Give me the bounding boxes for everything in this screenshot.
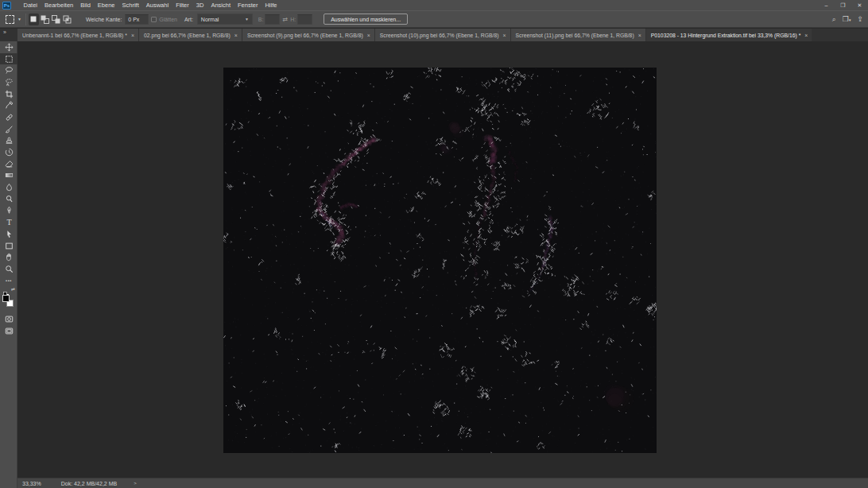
tab-label: P0103208 - 13 Hintergrund Extraktion.tif… [651,33,801,38]
tab-label: Unbenannt-1 bei 66,7% (Ebene 1, RGB/8) * [22,33,127,38]
search-icon[interactable]: ⌕ [832,15,836,24]
menu-schrift[interactable]: Schrift [118,0,142,10]
tab-overflow-icon[interactable]: » [0,29,17,41]
tool-rectangle[interactable] [0,240,17,252]
tool-eraser[interactable] [0,158,17,170]
menu-ebene[interactable]: Ebene [94,0,118,10]
chevron-down-icon: ▼ [17,17,21,21]
width-label: B: [258,17,264,22]
menu-bearbeiten[interactable]: Bearbeiten [41,0,77,10]
tools-panel: T•••⇄ [0,41,17,488]
document-tab[interactable]: Screenshot (11).png bei 66,7% (Ebene 1, … [511,29,646,41]
menu-ansicht[interactable]: Ansicht [207,0,234,10]
screen-mode-button[interactable] [0,325,17,337]
canvas-area[interactable] [17,41,868,478]
selection-mode-group [29,14,72,25]
tool-clone-stamp[interactable] [0,135,17,147]
menu-auswahl[interactable]: Auswahl [142,0,172,10]
menu-bild[interactable]: Bild [77,0,95,10]
tool-zoom[interactable] [0,263,17,275]
zoom-level[interactable]: 33,33% [22,481,41,486]
photoshop-window: Ps DateiBearbeitenBildEbeneSchriftAuswah… [0,0,868,488]
tool-gradient[interactable] [0,170,17,182]
tool-preset-picker[interactable]: ▼ [6,15,21,24]
tab-close-icon[interactable]: × [131,33,134,38]
subtract-selection-button[interactable] [51,14,61,25]
tool-marquee[interactable] [0,53,17,65]
tool-blur[interactable] [0,181,17,193]
tool-dodge[interactable] [0,193,17,205]
menu-fenster[interactable]: Fenster [234,0,262,10]
antialias-label: Glätten [159,17,177,22]
width-input [265,14,280,25]
share-icon[interactable]: ⇪ [857,15,863,23]
new-selection-button[interactable] [29,14,39,25]
tab-close-icon[interactable]: × [638,33,641,38]
minimize-button[interactable]: – [818,0,835,10]
workspace: T•••⇄ [0,41,868,488]
close-button[interactable]: ✕ [851,0,868,10]
document-tab[interactable]: P0103208 - 13 Hintergrund Extraktion.tif… [646,29,813,41]
menu-hilfe[interactable]: Hilfe [262,0,281,10]
tool-history-brush[interactable] [0,146,17,158]
menu-3d[interactable]: 3D [192,0,207,10]
tool-path-selection[interactable] [0,228,17,240]
foreground-color-swatch[interactable] [2,295,10,302]
tool-object-selection[interactable] [0,76,17,88]
workspace-icon[interactable]: ❐▾ [843,15,851,23]
color-swatches[interactable] [0,294,17,311]
tool-type[interactable]: T [0,216,17,228]
menu-datei[interactable]: Datei [20,0,41,10]
tab-label: 02.png bei 66,7% (Ebene 1, RGB/8) [144,33,231,38]
menu-filter[interactable]: Filter [172,0,193,10]
feather-input[interactable]: 0 Px [125,14,149,25]
options-bar: ▼ Weiche Kante: 0 Px Glätten Art: Normal… [0,10,868,28]
intersect-selection-button[interactable] [62,14,72,25]
tool-eyedropper[interactable] [0,99,17,111]
document-size: Dok: 42,2 MB/42,2 MB [61,481,117,486]
tool-healing-brush[interactable] [0,111,17,123]
height-label: H: [290,17,296,22]
status-chevron-icon[interactable]: > [134,481,137,486]
tab-label: Screenshot (9).png bei 66,7% (Ebene 1, R… [247,33,363,38]
tool-move[interactable] [0,41,17,53]
height-input [297,14,312,25]
svg-text:T: T [6,218,12,227]
marquee-tool-icon [6,15,14,24]
tool-crop[interactable] [0,88,17,100]
mode-label: Art: [184,17,193,22]
add-selection-button[interactable] [40,14,50,25]
status-bar: 33,33% Dok: 42,2 MB/42,2 MB > [17,478,868,488]
document-tab[interactable]: Unbenannt-1 bei 66,7% (Ebene 1, RGB/8) *… [17,29,139,41]
tab-close-icon[interactable]: × [234,33,238,38]
tab-label: Screenshot (11).png bei 66,7% (Ebene 1, … [516,33,634,38]
feather-label: Weiche Kante: [86,17,122,22]
edit-toolbar-button[interactable]: ••• [0,275,17,287]
menubar: DateiBearbeitenBildEbeneSchriftAuswahlFi… [20,0,281,10]
quick-mask-button[interactable] [0,313,17,325]
link-dimensions-icon: ⇄ [282,16,288,23]
document-tab[interactable]: Screenshot (10).png bei 66,7% (Ebene 1, … [375,29,511,41]
titlebar: Ps DateiBearbeitenBildEbeneSchriftAuswah… [0,0,868,10]
tool-hand[interactable] [0,251,17,263]
selection-mode-dropdown[interactable]: Normal ▼ [197,14,253,25]
tab-close-icon[interactable]: × [367,33,370,38]
swap-colors-icon[interactable]: ⇄ [11,286,15,292]
select-and-mask-button[interactable]: Auswählen und maskieren... [324,14,408,25]
document-tabbar: » Unbenannt-1 bei 66,7% (Ebene 1, RGB/8)… [0,29,868,41]
document-tab[interactable]: 02.png bei 66,7% (Ebene 1, RGB/8)× [139,29,242,41]
tool-lasso[interactable] [0,64,17,76]
document-tab[interactable]: Screenshot (9).png bei 66,7% (Ebene 1, R… [242,29,375,41]
tab-close-icon[interactable]: × [502,33,506,38]
color-controls: ⇄ [0,286,17,294]
document-canvas[interactable] [223,68,657,453]
antialias-checkbox[interactable] [151,17,157,22]
window-controls: – ❐ ✕ [818,0,868,10]
restore-button[interactable]: ❐ [835,0,851,10]
photoshop-app-icon[interactable]: Ps [2,2,11,10]
tool-pen[interactable] [0,205,17,217]
tool-brush[interactable] [0,123,17,135]
tab-close-icon[interactable]: × [804,33,808,38]
tab-label: Screenshot (10).png bei 66,7% (Ebene 1, … [380,33,499,38]
chevron-down-icon: ▼ [245,17,249,21]
